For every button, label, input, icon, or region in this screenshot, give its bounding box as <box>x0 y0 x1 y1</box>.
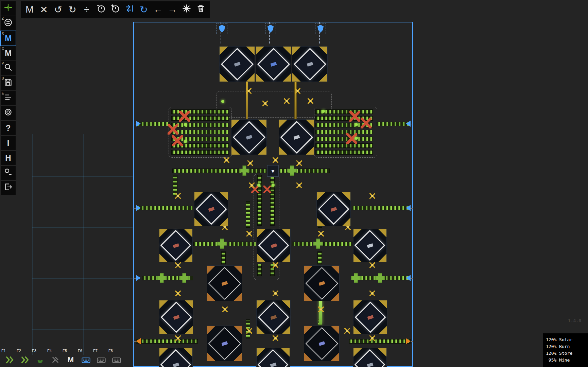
conveyor-belt[interactable] <box>257 264 262 276</box>
drone-node[interactable] <box>273 335 278 341</box>
conveyor-belt[interactable] <box>171 123 229 127</box>
conveyor-belt[interactable] <box>349 339 411 344</box>
delete-mode-tool-button[interactable]: ✕ <box>37 2 51 17</box>
machine-block[interactable] <box>207 265 242 301</box>
machine-block[interactable] <box>256 348 290 367</box>
conveyor-belt[interactable] <box>352 206 410 210</box>
hotbar-slot-f7[interactable]: F7 <box>92 348 107 366</box>
machine-block[interactable] <box>304 326 340 361</box>
conveyor-belt[interactable] <box>315 143 373 148</box>
sidebar-info-tool[interactable]: I <box>1 136 16 150</box>
machine-block[interactable] <box>353 348 387 367</box>
conveyor-belt[interactable] <box>136 122 170 126</box>
junction-block[interactable] <box>168 124 178 135</box>
burst-tool-button[interactable] <box>180 2 193 17</box>
drone-node[interactable] <box>369 335 375 341</box>
sidebar-h-tool[interactable]: H <box>1 151 16 165</box>
hotbar-slot-f3[interactable]: F3 <box>31 348 46 366</box>
drone-node[interactable] <box>246 88 252 94</box>
drone-node[interactable] <box>295 88 300 94</box>
machine-block[interactable] <box>353 300 387 334</box>
conveyor-belt[interactable] <box>221 251 226 264</box>
drone-node[interactable] <box>175 291 181 296</box>
schematic-canvas[interactable]: ▼ <box>0 0 588 367</box>
sidebar-ring-tool[interactable] <box>1 106 16 120</box>
shield-marker[interactable] <box>217 23 227 34</box>
machine-block[interactable] <box>159 300 193 334</box>
drone-node[interactable] <box>222 307 228 312</box>
machine-block[interactable] <box>304 265 340 301</box>
machine-block[interactable] <box>159 229 193 262</box>
drone-node[interactable] <box>369 193 375 199</box>
drone-node[interactable] <box>262 101 268 106</box>
drone-node[interactable] <box>284 98 290 104</box>
sidebar-list-tool[interactable]: E <box>1 91 16 105</box>
junction-block[interactable] <box>263 186 271 193</box>
drone-node[interactable] <box>224 157 229 163</box>
machine-block[interactable] <box>292 46 328 82</box>
junction-block[interactable] <box>361 118 371 128</box>
arrow-right-tool-button[interactable]: → <box>166 2 179 17</box>
conveyor-belt[interactable] <box>246 201 250 228</box>
time-plus-tool-button[interactable] <box>108 2 122 17</box>
move-swap-tool-button[interactable] <box>123 2 136 17</box>
conveyor-belt[interactable] <box>136 339 198 344</box>
drone-node[interactable] <box>246 231 252 237</box>
bridge-arm[interactable] <box>246 82 248 119</box>
conveyor-belt[interactable] <box>171 130 229 134</box>
shield-marker[interactable] <box>265 23 276 34</box>
junction-block[interactable] <box>172 135 183 146</box>
junction-block[interactable] <box>179 111 190 122</box>
drone-node[interactable] <box>369 262 375 268</box>
sidebar-help-tool[interactable]: ? <box>1 121 16 135</box>
time-minus-tool-button[interactable] <box>94 2 108 17</box>
drone-node[interactable] <box>175 262 181 268</box>
material-m-tool-button[interactable]: M <box>23 2 36 17</box>
sidebar-exit-tool[interactable] <box>1 181 16 195</box>
conveyor-belt[interactable] <box>377 122 411 126</box>
rotate-ccw-tool-button[interactable]: ↺ <box>51 2 65 17</box>
machine-block[interactable] <box>219 46 255 82</box>
conveyor-belt[interactable] <box>315 150 373 155</box>
drone-node[interactable] <box>318 231 324 237</box>
bridge-arm[interactable] <box>294 82 297 119</box>
conveyor-belt[interactable] <box>171 150 229 155</box>
hotbar-slot-f4[interactable]: F4 <box>47 348 61 366</box>
machine-block[interactable] <box>279 119 314 155</box>
hotbar-slot-f5[interactable]: F5M <box>62 348 76 366</box>
conveyor-belt[interactable] <box>136 206 193 210</box>
conveyor-belt[interactable] <box>292 242 312 246</box>
unloader-block[interactable]: ▼ <box>267 165 279 177</box>
hotbar-slot-f6[interactable]: F6 <box>77 348 92 366</box>
drone-node[interactable] <box>249 182 255 188</box>
sidebar-select-tool[interactable] <box>1 1 16 16</box>
drone-node[interactable] <box>296 160 302 166</box>
hotbar-slot-f1[interactable]: F1 <box>1 348 15 366</box>
machine-block[interactable] <box>257 229 291 262</box>
hotbar-slot-f2[interactable]: F2 <box>16 348 31 366</box>
drone-node[interactable] <box>247 160 253 166</box>
rotate-blue-tool-button[interactable]: ↻ <box>137 2 151 17</box>
shield-marker[interactable] <box>315 23 326 34</box>
rotate-cw-tool-button[interactable]: ↻ <box>66 2 79 17</box>
drone-node[interactable] <box>308 98 313 104</box>
machine-block[interactable] <box>194 192 228 226</box>
divide-tool-button[interactable]: ÷ <box>80 2 93 17</box>
conveyor-belt[interactable] <box>228 242 256 246</box>
machine-block[interactable] <box>353 229 387 262</box>
drone-node[interactable] <box>246 328 252 334</box>
conveyor-belt[interactable] <box>315 137 373 141</box>
machine-block[interactable] <box>159 348 193 367</box>
machine-block[interactable] <box>256 46 291 82</box>
junction-block[interactable] <box>349 111 360 122</box>
trash-tool-button[interactable] <box>194 2 208 17</box>
sidebar-save-tool[interactable]: B <box>1 76 16 90</box>
drone-node[interactable] <box>344 328 350 334</box>
conveyor-belt[interactable] <box>323 242 352 246</box>
machine-block[interactable] <box>256 300 291 334</box>
drone-node[interactable] <box>369 291 375 296</box>
drone-node[interactable] <box>273 291 278 296</box>
sidebar-material-tool-2[interactable]: CM <box>1 46 16 60</box>
sidebar-zoom-tool[interactable]: V <box>1 61 16 75</box>
drone-node[interactable] <box>175 335 181 341</box>
